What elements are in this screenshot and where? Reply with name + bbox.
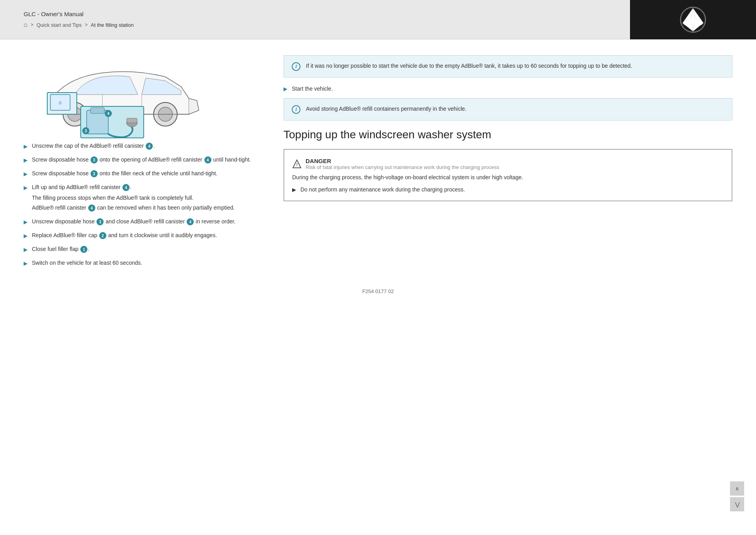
- instruction-text: Switch on the vehicle for at least 60 se…: [32, 259, 142, 267]
- bullet-icon: ▶: [24, 219, 27, 226]
- danger-box: ! DANGER Risk of fatal injuries when car…: [284, 149, 732, 201]
- svg-rect-15: [91, 108, 104, 113]
- badge-3c: 3: [96, 218, 104, 225]
- instruction-text: Replace AdBlue® filler cap 2 and turn it…: [32, 231, 217, 240]
- header-left: GLC - Owner's Manual ⌂ > Quick start and…: [24, 11, 134, 28]
- footer-navigation: ∧ ⋁: [730, 481, 744, 511]
- danger-bullet-icon: ▶: [292, 187, 296, 193]
- danger-title: DANGER: [306, 158, 499, 164]
- badge-2: 2: [99, 232, 106, 239]
- list-item: ▶ Switch on the vehicle for at least 60 …: [24, 259, 252, 267]
- instruction-text: Screw disposable hose 3 onto the filler …: [32, 169, 217, 178]
- left-column: ① 4 3: [24, 55, 252, 273]
- bullet-icon: ▶: [24, 232, 27, 240]
- badge-1: 1: [80, 246, 87, 253]
- badge-4b: 4: [204, 156, 211, 163]
- list-item: ▶ Unscrew the cap of the AdBlue® refill …: [24, 142, 252, 150]
- breadcrumb: ⌂ > Quick start and Tips > At the fillin…: [24, 21, 134, 28]
- badge-3b: 3: [91, 170, 98, 177]
- danger-bullet-text: Do not perform any maintenance work duri…: [300, 186, 465, 193]
- svg-text:①: ①: [58, 100, 62, 105]
- section-heading-washer: Topping up the windscreen washer system: [284, 128, 732, 141]
- instruction-text: Unscrew disposable hose 3 and close AdBl…: [32, 217, 235, 226]
- bullet-icon: ▶: [24, 157, 27, 164]
- list-item: ▶ Close fuel filler flap 1.: [24, 245, 252, 253]
- instruction-text: Screw disposable hose 3 onto the opening…: [32, 156, 251, 164]
- info-box-1: i If it was no longer possible to start …: [284, 55, 732, 78]
- instructions-list: ▶ Unscrew the cap of the AdBlue® refill …: [24, 142, 252, 267]
- svg-rect-21: [127, 118, 137, 123]
- breadcrumb-sep-1: >: [31, 22, 33, 28]
- instruction-text: Unscrew the cap of the AdBlue® refill ca…: [32, 142, 155, 150]
- list-item: ▶ Screw disposable hose 3 onto the fille…: [24, 169, 252, 178]
- bullet-icon: ▶: [24, 171, 27, 178]
- breadcrumb-sep-2: >: [85, 22, 88, 28]
- list-item: ▶ Replace AdBlue® filler cap 2 and turn …: [24, 231, 252, 240]
- danger-title-area: DANGER Risk of fatal injuries when carry…: [306, 158, 499, 170]
- svg-text:!: !: [296, 162, 298, 167]
- svg-text:4: 4: [107, 111, 109, 116]
- badge-4e: 4: [187, 218, 194, 225]
- info-icon-1: i: [292, 62, 300, 71]
- scroll-up-button[interactable]: ∧: [730, 481, 744, 496]
- list-item: ▶ Unscrew disposable hose 3 and close Ad…: [24, 217, 252, 226]
- danger-header: ! DANGER Risk of fatal injuries when car…: [292, 158, 724, 170]
- instruction-text: Close fuel filler flap 1.: [32, 245, 89, 253]
- bullet-icon: ▶: [24, 143, 27, 150]
- info-icon-2: i: [292, 105, 300, 114]
- badge-4d: 4: [88, 204, 95, 212]
- mercedes-benz-logo: [679, 6, 707, 33]
- manual-title: GLC - Owner's Manual: [24, 11, 134, 17]
- danger-bullet: ▶ Do not perform any maintenance work du…: [292, 186, 724, 193]
- badge-4c: 4: [122, 184, 130, 191]
- danger-subtitle: Risk of fatal injuries when carrying out…: [306, 164, 499, 170]
- bullet-icon: ▶: [24, 246, 27, 253]
- list-item: ▶ Screw disposable hose 3 onto the openi…: [24, 156, 252, 164]
- badge-4: 4: [146, 143, 153, 150]
- list-item: ▶ Lift up and tip AdBlue® refill caniste…: [24, 183, 252, 212]
- instruction-text: Lift up and tip AdBlue® refill canister …: [32, 183, 235, 212]
- danger-body: During the charging process, the high-vo…: [292, 173, 724, 182]
- danger-triangle-icon: !: [292, 159, 302, 169]
- info-box-1-text: If it was no longer possible to start th…: [306, 62, 632, 70]
- info-box-2-text: Avoid storing AdBlue® refill containers …: [306, 105, 467, 113]
- svg-text:3: 3: [85, 129, 87, 133]
- bullet-icon: ▶: [24, 260, 27, 267]
- start-vehicle-text: Start the vehicle.: [292, 85, 333, 92]
- home-icon[interactable]: ⌂: [24, 21, 28, 28]
- breadcrumb-current: At the filling station: [91, 22, 134, 28]
- main-content: ① 4 3: [0, 39, 756, 535]
- right-column: i If it was no longer possible to start …: [284, 55, 732, 273]
- two-column-layout: ① 4 3: [24, 55, 732, 273]
- bullet-icon: ▶: [24, 184, 27, 191]
- header: GLC - Owner's Manual ⌂ > Quick start and…: [0, 0, 756, 39]
- info-box-2: i Avoid storing AdBlue® refill container…: [284, 98, 732, 121]
- breadcrumb-link-quickstart[interactable]: Quick start and Tips: [37, 22, 82, 28]
- bullet-icon-start: ▶: [284, 86, 287, 92]
- start-vehicle-step: ▶ Start the vehicle.: [284, 85, 732, 92]
- header-logo-area: [630, 0, 756, 39]
- scroll-down-button[interactable]: ⋁: [730, 497, 744, 511]
- badge-3: 3: [91, 156, 98, 163]
- footer-code: F254 0177 02: [24, 288, 732, 294]
- car-illustration: ① 4 3: [24, 55, 213, 142]
